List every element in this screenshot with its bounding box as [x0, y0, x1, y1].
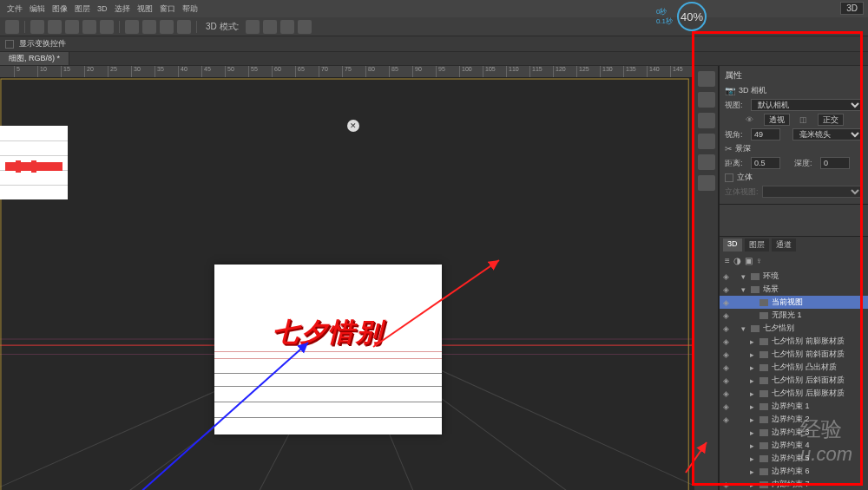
- secondary-artboard[interactable]: [0, 126, 68, 199]
- visibility-toggle-icon[interactable]: ◈: [720, 285, 732, 294]
- visibility-toggle-icon[interactable]: ◈: [720, 480, 732, 489]
- disclosure-toggle-icon[interactable]: ▸: [747, 467, 756, 476]
- mode-camera-icon[interactable]: [298, 20, 312, 34]
- visibility-toggle-icon[interactable]: ◈: [720, 298, 732, 307]
- menu-select[interactable]: 选择: [115, 3, 130, 15]
- layer-row[interactable]: ▸边界约束 4: [720, 439, 868, 452]
- tool-move-icon[interactable]: [30, 20, 44, 34]
- visibility-toggle-icon[interactable]: ◈: [720, 350, 732, 359]
- disclosure-toggle-icon[interactable]: ▸: [747, 350, 756, 359]
- mode-pan-icon[interactable]: [263, 20, 277, 34]
- mode-orbit-icon[interactable]: [246, 20, 260, 34]
- menu-3d[interactable]: 3D: [97, 4, 108, 13]
- perspective-button[interactable]: 透视: [764, 114, 790, 126]
- layer-tree[interactable]: ◈▾环境◈▾场景◈当前视图◈无限光 1◈▾七夕惜别◈▸七夕惜别 前膨胀材质◈▸七…: [720, 268, 868, 490]
- disclosure-toggle-icon[interactable]: ▸: [747, 337, 756, 346]
- visibility-toggle-icon[interactable]: ◈: [720, 311, 732, 320]
- visibility-toggle-icon[interactable]: ◈: [720, 272, 732, 281]
- layer-row[interactable]: ◈▸边界约束 2: [720, 413, 868, 426]
- viewport-3d[interactable]: ✕ 七夕惜别: [0, 78, 694, 490]
- dock-f-icon[interactable]: [698, 175, 715, 191]
- disclosure-toggle-icon[interactable]: ▾: [739, 285, 747, 294]
- tool-b-icon[interactable]: [142, 20, 156, 34]
- disclosure-toggle-icon[interactable]: ▸: [747, 454, 756, 463]
- document-tab[interactable]: 细图, RGB/8) *: [0, 52, 69, 65]
- tab-layers[interactable]: 图层: [745, 238, 769, 252]
- menu-image[interactable]: 图像: [52, 3, 68, 15]
- disclosure-toggle-icon[interactable]: ▸: [747, 402, 756, 411]
- transform-controls-checkbox[interactable]: [5, 40, 14, 49]
- mode-zoom-icon[interactable]: [280, 20, 294, 34]
- layer-row[interactable]: ◈▾环境: [720, 270, 868, 283]
- menu-layer[interactable]: 图层: [75, 3, 90, 15]
- menu-view[interactable]: 视图: [137, 3, 153, 15]
- layer-row[interactable]: ◈▸七夕惜别 前斜面材质: [720, 348, 868, 361]
- disclosure-toggle-icon[interactable]: ▸: [747, 428, 756, 437]
- layer-row[interactable]: ◈▸七夕惜别 前膨胀材质: [720, 335, 868, 348]
- layer-row[interactable]: ◈▸内部约束 7: [720, 478, 868, 490]
- filter-light-icon[interactable]: ♀: [756, 256, 763, 265]
- visibility-toggle-icon[interactable]: ◈: [720, 376, 732, 385]
- tool-scale-icon[interactable]: [82, 20, 96, 34]
- disclosure-toggle-icon[interactable]: ▾: [739, 272, 747, 281]
- visibility-toggle-icon[interactable]: ◈: [720, 415, 732, 424]
- tool-rotate-icon[interactable]: [48, 20, 62, 34]
- visibility-toggle-icon[interactable]: ◈: [720, 389, 732, 398]
- dock-c-icon[interactable]: [698, 113, 715, 128]
- ruler-tick: 35: [155, 66, 178, 78]
- tab-3d[interactable]: 3D: [723, 238, 742, 252]
- ortho-button[interactable]: 正交: [818, 114, 844, 126]
- tool-d-icon[interactable]: [177, 20, 191, 34]
- layer-row[interactable]: ◈▸七夕惜别 后膨胀材质: [720, 387, 868, 400]
- disclosure-toggle-icon[interactable]: ▸: [747, 480, 756, 489]
- filter-env-icon[interactable]: ◑: [733, 256, 741, 265]
- visibility-toggle-icon[interactable]: ◈: [720, 337, 732, 346]
- layer-row[interactable]: ◈无限光 1: [720, 309, 868, 322]
- fov-input[interactable]: [751, 128, 780, 140]
- menu-edit[interactable]: 编辑: [30, 3, 45, 15]
- menu-window[interactable]: 窗口: [160, 3, 175, 15]
- depth-input[interactable]: [820, 157, 850, 169]
- 3d-text-layer[interactable]: 七夕惜别: [273, 315, 384, 350]
- tool-c-icon[interactable]: [160, 20, 174, 34]
- view-select[interactable]: 默认相机: [751, 99, 863, 111]
- distance-input[interactable]: [751, 157, 780, 169]
- visibility-toggle-icon[interactable]: ◈: [720, 363, 732, 372]
- dock-b-icon[interactable]: [698, 92, 715, 108]
- disclosure-toggle-icon[interactable]: ▸: [747, 415, 756, 424]
- visibility-toggle-icon[interactable]: ◈: [720, 324, 732, 333]
- layer-row[interactable]: ◈▸七夕惜别 后斜面材质: [720, 374, 868, 387]
- disclosure-toggle-icon[interactable]: ▸: [747, 389, 756, 398]
- visibility-toggle-icon[interactable]: ◈: [720, 402, 732, 411]
- stereo-view-select: [762, 186, 863, 198]
- dock-d-icon[interactable]: [698, 134, 715, 149]
- layer-row[interactable]: ▸边界约束 5: [720, 452, 868, 465]
- dock-a-icon[interactable]: [698, 71, 715, 87]
- layer-row[interactable]: ▸边界约束 6: [720, 465, 868, 478]
- tool-roll-icon[interactable]: [100, 20, 114, 34]
- layer-row[interactable]: ◈▸七夕惜别 凸出材质: [720, 361, 868, 374]
- tool-drag-icon[interactable]: [65, 20, 79, 34]
- disclosure-toggle-icon[interactable]: ▸: [747, 363, 756, 372]
- menu-file[interactable]: 文件: [7, 3, 23, 15]
- tool-a-icon[interactable]: [125, 20, 139, 34]
- tool-home-icon[interactable]: [5, 20, 19, 34]
- layer-row[interactable]: ◈▾场景: [720, 283, 868, 296]
- dock-e-icon[interactable]: [698, 154, 715, 170]
- disclosure-toggle-icon[interactable]: ▸: [747, 441, 756, 450]
- stereo-checkbox[interactable]: [725, 173, 733, 182]
- layer-row[interactable]: ◈▾七夕惜别: [720, 322, 868, 335]
- pivot-widget-icon[interactable]: ✕: [347, 120, 359, 132]
- filter-mesh-icon[interactable]: ▣: [745, 256, 753, 265]
- artboard[interactable]: 七夕惜别: [214, 265, 442, 434]
- layer-row[interactable]: ◈当前视图: [720, 296, 868, 309]
- layer-row[interactable]: ◈▸边界约束 1: [720, 400, 868, 413]
- fov-unit-select[interactable]: 毫米镜头: [792, 128, 863, 140]
- workspace-switcher[interactable]: 3D: [840, 2, 864, 15]
- tab-channels[interactable]: 通道: [772, 238, 796, 252]
- disclosure-toggle-icon[interactable]: ▾: [739, 324, 747, 333]
- menu-help[interactable]: 帮助: [182, 3, 198, 15]
- filter-all-icon[interactable]: ≡: [725, 256, 730, 265]
- disclosure-toggle-icon[interactable]: ▸: [747, 376, 756, 385]
- layer-row[interactable]: ▸边界约束 3: [720, 426, 868, 439]
